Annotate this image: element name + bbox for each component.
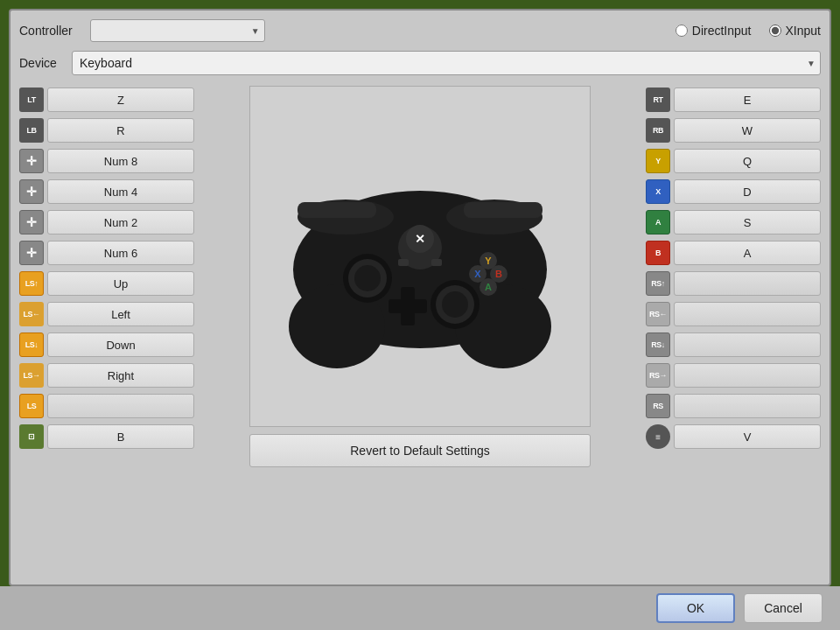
rs-right-icon: RS→	[646, 363, 670, 388]
left-btn-row-5: ✛ Num 6	[19, 239, 194, 267]
top-bar: Controller ▼ DirectInput XInput	[19, 19, 821, 42]
rs-down-key-btn[interactable]	[674, 332, 821, 357]
left-btn-row-4: ✛ Num 2	[19, 208, 194, 236]
left-btn-row-10: LS	[19, 392, 194, 420]
ls-down-key-btn[interactable]: Down	[47, 332, 194, 357]
right-btn-row-8: RS↓	[646, 331, 821, 359]
ls-left-icon: LS←	[19, 302, 44, 326]
back-icon: ⊡	[19, 424, 44, 449]
bottom-bar: OK Cancel	[0, 586, 840, 630]
directinput-label: DirectInput	[692, 24, 752, 38]
controller-select[interactable]	[90, 19, 265, 42]
right-btn-row-0: RT E	[646, 86, 821, 114]
svg-rect-27	[431, 259, 442, 266]
rb-key-btn[interactable]: W	[674, 118, 821, 143]
ls-right-icon: LS→	[19, 363, 44, 388]
lb-key-btn[interactable]: R	[47, 118, 194, 143]
b-key-btn[interactable]: A	[674, 241, 821, 265]
svg-rect-17	[388, 299, 427, 313]
right-panel: RT E RB W Y Q X D A S	[646, 86, 821, 467]
rt-icon: RT	[646, 88, 670, 112]
dpad-left-key-btn[interactable]: Num 4	[47, 179, 194, 204]
lt-key-btn[interactable]: Z	[47, 88, 194, 112]
rs-click-icon: RS	[646, 394, 670, 418]
y-key-btn[interactable]: Q	[674, 149, 821, 173]
dpad-up-key-btn[interactable]: Num 8	[47, 149, 194, 173]
cancel-button-label: Cancel	[764, 601, 802, 615]
ls-down-icon: LS↓	[19, 332, 44, 357]
ls-right-key-btn[interactable]: Right	[47, 363, 194, 388]
left-panel: LT Z LB R ✛ Num 8 ✛ Num 4 ✛ Num 2	[19, 86, 194, 467]
b-icon: B	[646, 241, 670, 265]
right-btn-row-11: ≡ V	[646, 423, 821, 451]
right-btn-row-2: Y Q	[646, 147, 821, 175]
start-key-btn[interactable]: V	[674, 424, 821, 449]
xinput-radio[interactable]	[769, 24, 781, 37]
right-btn-row-9: RS→	[646, 361, 821, 389]
left-btn-row-0: LT Z	[19, 86, 194, 114]
right-btn-row-1: RB W	[646, 116, 821, 144]
rs-left-key-btn[interactable]	[674, 302, 821, 326]
right-btn-row-6: RS↑	[646, 270, 821, 298]
rs-click-key-btn[interactable]	[674, 394, 821, 418]
cancel-button[interactable]: Cancel	[744, 593, 822, 623]
svg-point-15	[442, 291, 468, 318]
rb-icon: RB	[646, 118, 670, 143]
rs-up-key-btn[interactable]	[674, 271, 821, 296]
device-label: Device	[19, 56, 63, 70]
controller-image: ✕ Y	[249, 86, 591, 427]
xinput-label: XInput	[786, 24, 821, 38]
ok-button-label: OK	[687, 601, 704, 615]
svg-text:X: X	[474, 269, 481, 279]
dpad-left-icon: ✛	[19, 179, 44, 204]
revert-button-label: Revert to Default Settings	[350, 444, 490, 458]
a-icon: A	[646, 210, 670, 234]
directinput-radio-item: DirectInput	[676, 24, 752, 38]
left-btn-row-3: ✛ Num 4	[19, 178, 194, 206]
rs-right-key-btn[interactable]	[674, 363, 821, 388]
svg-rect-26	[398, 259, 409, 266]
svg-rect-6	[464, 202, 542, 218]
device-select[interactable]: Keyboard	[72, 51, 821, 75]
left-btn-row-7: LS← Left	[19, 300, 194, 328]
svg-point-12	[354, 265, 381, 291]
dpad-up-icon: ✛	[19, 149, 44, 173]
input-type-radio-group: DirectInput XInput	[676, 24, 821, 38]
xinput-radio-item: XInput	[769, 24, 821, 38]
a-key-btn[interactable]: S	[674, 210, 821, 234]
left-btn-row-6: LS↑ Up	[19, 270, 194, 298]
dpad-down-icon: ✛	[19, 210, 44, 234]
right-btn-row-3: X D	[646, 178, 821, 206]
svg-text:A: A	[485, 282, 492, 292]
back-key-btn[interactable]: B	[47, 424, 194, 449]
controller-label: Controller	[19, 24, 73, 38]
left-btn-row-9: LS→ Right	[19, 361, 194, 389]
device-bar: Device Keyboard ▼	[19, 51, 821, 75]
start-icon: ≡	[646, 424, 670, 449]
directinput-radio[interactable]	[676, 24, 688, 37]
svg-text:Y: Y	[485, 256, 492, 266]
rt-key-btn[interactable]: E	[674, 88, 821, 112]
left-btn-row-2: ✛ Num 8	[19, 147, 194, 175]
dpad-down-key-btn[interactable]: Num 2	[47, 210, 194, 234]
dpad-right-key-btn[interactable]: Num 6	[47, 241, 194, 265]
controller-svg: ✕ Y	[271, 143, 569, 370]
ls-left-key-btn[interactable]: Left	[47, 302, 194, 326]
ls-click-icon: LS	[19, 394, 44, 418]
revert-button[interactable]: Revert to Default Settings	[249, 434, 591, 467]
y-icon: Y	[646, 149, 670, 173]
left-btn-row-1: LB R	[19, 116, 194, 144]
ls-click-key-btn[interactable]	[47, 394, 194, 418]
dpad-right-icon: ✛	[19, 241, 44, 265]
right-btn-row-10: RS	[646, 392, 821, 420]
svg-rect-5	[298, 202, 376, 218]
ok-button[interactable]: OK	[656, 593, 735, 623]
svg-text:B: B	[495, 269, 502, 279]
ls-up-key-btn[interactable]: Up	[47, 271, 194, 296]
rs-left-icon: RS←	[646, 302, 670, 326]
right-btn-row-5: B A	[646, 239, 821, 267]
x-key-btn[interactable]: D	[674, 179, 821, 204]
rs-up-icon: RS↑	[646, 271, 670, 296]
rs-down-icon: RS↓	[646, 332, 670, 357]
left-btn-row-8: LS↓ Down	[19, 331, 194, 359]
